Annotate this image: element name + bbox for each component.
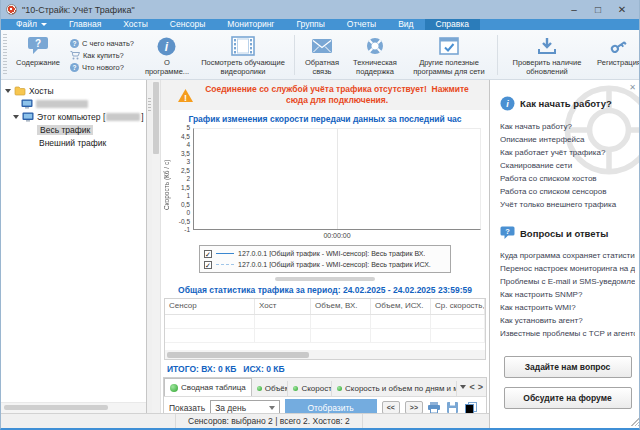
support-button[interactable]: Техническая поддержка	[346, 32, 404, 78]
print-icon[interactable]	[428, 402, 440, 413]
scrollbar-thumb[interactable]	[4, 405, 108, 410]
table-row	[165, 329, 485, 343]
period-select[interactable]: За день	[210, 400, 279, 414]
tab-nav: < >	[457, 382, 486, 392]
column-header-host[interactable]: Хост	[255, 299, 311, 314]
other-tools-label: Другие полезные программы для сети	[407, 58, 491, 76]
help-link[interactable]: Работа со списком сенсоров	[500, 185, 635, 198]
check-updates-button[interactable]: Проверить наличие обновлений	[501, 32, 593, 78]
help-link[interactable]: Как работает учёт трафика?	[500, 146, 635, 159]
question-icon: ?	[70, 39, 79, 48]
help-link[interactable]: Описание интерфейса	[500, 133, 635, 146]
work-row: Хосты Этот компьютер [ ] Весь тра	[1, 80, 489, 413]
ribbon-toolbar: ? Содержание ? С чего начать? Как купить…	[1, 30, 639, 80]
series-checkbox[interactable]: ✓	[204, 250, 212, 258]
help-link[interactable]: Сканирование сети	[500, 159, 635, 172]
display-button[interactable]: Отобразить	[285, 399, 377, 414]
content-area: Хосты Этот компьютер [ ] Весь тра	[1, 80, 639, 428]
panel-splitter[interactable]	[147, 80, 152, 413]
help-link[interactable]: Как настроить WMI?	[500, 301, 635, 314]
tree-item-all-traffic[interactable]: Весь трафик	[1, 123, 146, 136]
minimize-button[interactable]: –	[562, 0, 586, 19]
column-header-avg-speed-in[interactable]: Ср. скорость, ВХ.	[431, 299, 485, 314]
help-link[interactable]: Учёт только внешнего трафика	[500, 198, 635, 211]
tab-speed-volume-by-day[interactable]: Скорость и объем по дням и месяцам	[332, 381, 457, 396]
chart-legend: ✓ 127.0.0.1 [Общий трафик - WMI-сенсор]:…	[199, 245, 451, 273]
videos-label: Посмотреть обучающие видеоролики	[198, 58, 288, 76]
ask-question-button[interactable]: Задайте нам вопрос	[504, 356, 632, 378]
menu-hosts[interactable]: Хосты	[112, 19, 159, 30]
copy-icon[interactable]	[465, 402, 477, 414]
main-vertical-scrollbar[interactable]	[152, 80, 161, 413]
hosts-tree-panel: Хосты Этот компьютер [ ] Весь тра	[1, 80, 147, 413]
main-panel: ! Соединение со службой учёта трафика от…	[161, 80, 489, 413]
tab-scroll-left-icon[interactable]: <	[469, 382, 474, 392]
connection-alert[interactable]: ! Соединение со службой учёта трафика от…	[161, 80, 489, 110]
about-button[interactable]: i О программе...	[139, 32, 195, 78]
window-title: "10-Страйк: Учёт Трафика"	[22, 5, 562, 15]
save-icon[interactable]	[447, 402, 458, 413]
videos-button[interactable]: Посмотреть обучающие видеоролики	[195, 32, 291, 78]
resize-grip[interactable]	[631, 418, 639, 426]
series-checkbox[interactable]: ✓	[204, 261, 212, 269]
column-header-volume-out[interactable]: Объем, ИСХ.	[371, 299, 431, 314]
tab-summary-table[interactable]: Сводная таблица	[164, 378, 252, 396]
close-button[interactable]: ✕	[610, 0, 634, 19]
contents-button[interactable]: ? Содержание	[11, 32, 65, 78]
y-axis-ticks: 5 4,5 4 3,5 3 2,5 2 1,5 1 0,5 0 -0,5	[173, 128, 193, 242]
help-close-icon[interactable]: ✕	[629, 83, 636, 92]
horizontal-splitter-handle[interactable]	[275, 277, 375, 281]
maximize-button[interactable]: □	[586, 0, 610, 19]
tab-list-dropdown-icon[interactable]	[460, 385, 466, 389]
help-link[interactable]: Как начать работу?	[500, 120, 635, 133]
registration-button[interactable]: Регистрация	[593, 32, 639, 78]
expand-chevron-icon[interactable]	[13, 115, 19, 119]
tree-item-hosts[interactable]: Хосты	[1, 84, 146, 97]
help-link[interactable]: Как настроить SNMP?	[500, 288, 635, 301]
tab-speed[interactable]: Скорость	[288, 381, 332, 396]
whats-new-link[interactable]: ? Что нового?	[70, 63, 134, 72]
getting-started-link[interactable]: ? С чего начать?	[70, 39, 134, 48]
column-header-volume-in[interactable]: Объем, ВХ.	[311, 299, 371, 314]
menu-monitoring[interactable]: Мониторинг	[216, 19, 285, 30]
menu-sensors[interactable]: Сенсоры	[159, 19, 216, 30]
scrollbar-thumb[interactable]	[167, 352, 309, 358]
help-link[interactable]: Известные проблемы с TCP и агентом	[500, 327, 635, 340]
how-to-buy-link[interactable]: Как купить?	[70, 51, 134, 60]
feedback-button[interactable]: Обратная связь	[298, 32, 346, 78]
show-label: Показать	[169, 403, 205, 413]
tree-item-label: ]	[141, 112, 143, 122]
menu-view[interactable]: Вид	[387, 19, 424, 30]
help-link[interactable]: Перенос настроек мониторинга на др...	[500, 262, 635, 275]
menu-home[interactable]: Главная	[58, 19, 112, 30]
menu-file[interactable]: Файл	[5, 19, 58, 30]
tree-item-this-computer[interactable]: Этот компьютер [ ]	[1, 110, 146, 123]
stats-table: Сенсор Хост Объем, ВХ. Объем, ИСХ. Ср. с…	[164, 298, 486, 360]
help-link[interactable]: Проблемы с E-mail и SMS-уведомлен...	[500, 275, 635, 288]
menu-help[interactable]: Справка	[425, 19, 480, 30]
tab-volume[interactable]: Объём	[252, 381, 289, 396]
help-link[interactable]: Как установить агент?	[500, 314, 635, 327]
help-link[interactable]: Куда программа сохраняет статистик...	[500, 249, 635, 262]
menu-reports[interactable]: Отчеты	[336, 19, 387, 30]
menu-groups[interactable]: Группы	[285, 19, 335, 30]
question-icon: ?	[70, 63, 79, 72]
tree-item-external-traffic[interactable]: Внешний трафик	[1, 136, 146, 149]
computer-icon	[21, 99, 33, 109]
prev-period-button[interactable]: <<	[382, 401, 400, 413]
table-horizontal-scrollbar[interactable]	[165, 350, 485, 359]
contents-label: Содержание	[16, 58, 60, 67]
next-period-button[interactable]: >>	[405, 401, 423, 413]
tab-scroll-right-icon[interactable]: >	[478, 382, 483, 392]
expand-chevron-icon[interactable]	[5, 89, 11, 93]
column-header-sensor[interactable]: Сенсор	[165, 299, 255, 314]
totals-text: ИТОГО: ВХ: 0 КБ ИСХ: 0 КБ	[167, 364, 489, 374]
tree-horizontal-scrollbar[interactable]	[1, 402, 146, 413]
forum-button[interactable]: Обсудите на форуме	[504, 387, 632, 409]
scrollbar-thumb[interactable]	[153, 82, 159, 154]
help-link[interactable]: Работа со списком хостов	[500, 172, 635, 185]
series-line-sample	[216, 264, 234, 265]
other-tools-button[interactable]: Другие полезные программы для сети	[404, 32, 494, 78]
title-bar: "10-Страйк: Учёт Трафика" – □ ✕	[1, 0, 639, 19]
tree-item-host-redacted[interactable]	[1, 97, 146, 110]
